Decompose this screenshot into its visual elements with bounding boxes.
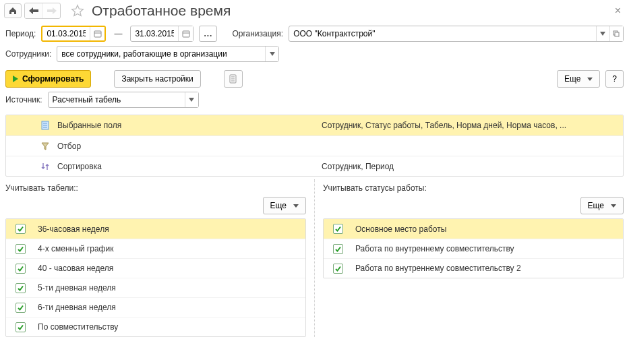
source-row: Источник: [0, 92, 629, 112]
close-settings-label: Закрыть настройки [121, 74, 193, 84]
report-variant-button[interactable] [224, 70, 243, 88]
tabels-list: 36-часовая неделя4-х сменный график40 - … [5, 218, 306, 337]
nav-buttons [24, 3, 61, 19]
settings-row-fields[interactable]: Выбранные поля Сотрудник, Статус работы,… [6, 115, 623, 135]
dropdown-icon[interactable] [185, 92, 198, 107]
calendar-icon[interactable] [90, 27, 104, 40]
checkbox[interactable] [333, 244, 343, 254]
tabels-more-button[interactable]: Еще [263, 197, 306, 214]
caret-down-icon [587, 78, 593, 81]
list-item-label: 36-часовая неделя [38, 224, 109, 234]
period-to-input[interactable] [130, 26, 193, 42]
period-separator: — [114, 29, 122, 38]
checkbox[interactable] [333, 224, 343, 234]
employees-field[interactable] [57, 47, 264, 61]
tabels-title: Учитывать табели:: [5, 179, 306, 194]
list-item-label: По совместительству [38, 322, 118, 332]
source-select[interactable] [48, 92, 199, 108]
list-item-label: 40 - часовая неделя [38, 264, 113, 273]
settings-row-label: Выбранные поля [57, 121, 121, 130]
window-toolbar: Отработанное время × [0, 0, 629, 22]
list-item-label: Основное место работы [355, 224, 446, 234]
period-from-field[interactable] [42, 27, 90, 40]
list-item[interactable]: По совместительству [6, 317, 305, 336]
period-label: Период: [5, 29, 36, 38]
checkbox[interactable] [16, 264, 26, 274]
employees-select[interactable] [57, 46, 279, 62]
list-item[interactable]: Работа по внутреннему совместительству 2 [324, 258, 623, 278]
checkbox[interactable] [16, 283, 26, 293]
dropdown-icon[interactable] [265, 47, 279, 61]
source-label: Источник: [5, 95, 42, 104]
period-to-field[interactable] [131, 26, 178, 41]
checkbox[interactable] [16, 322, 26, 332]
svg-rect-2 [183, 31, 189, 37]
source-field[interactable] [49, 92, 185, 107]
list-item-label: Работа по внутреннему совместительству 2 [355, 264, 521, 273]
list-item-label: 4-х сменный график [38, 244, 113, 253]
close-settings-button[interactable]: Закрыть настройки [114, 70, 200, 88]
list-item[interactable]: 4-х сменный график [6, 239, 305, 258]
page-title: Отработанное время [92, 3, 231, 19]
checkbox[interactable] [16, 224, 26, 234]
list-item-label: Работа по внутреннему совместительству [355, 244, 514, 253]
generate-button[interactable]: Сформировать [5, 70, 91, 88]
list-item[interactable]: Работа по внутреннему совместительству [324, 239, 623, 258]
caret-down-icon [611, 204, 616, 208]
more-label: Еще [270, 201, 287, 210]
organization-label: Организация: [232, 29, 283, 38]
svg-rect-5 [615, 32, 619, 36]
settings-table: Выбранные поля Сотрудник, Статус работы,… [5, 115, 624, 177]
more-label: Еще [564, 74, 580, 84]
list-item[interactable]: Основное место работы [324, 219, 623, 239]
settings-row-sort[interactable]: Сортировка Сотрудник, Период [6, 156, 623, 176]
open-icon[interactable] [609, 26, 623, 41]
more-button[interactable]: Еще [557, 70, 600, 88]
list-item[interactable]: 40 - часовая неделя [6, 258, 305, 278]
statuses-list: Основное место работыРабота по внутренне… [323, 218, 624, 278]
list-item-label: 6-ти дневная неделя [38, 303, 116, 312]
actions-row: Сформировать Закрыть настройки Еще ? [0, 66, 629, 92]
period-picker-button[interactable]: ... [199, 26, 217, 42]
help-label: ? [612, 74, 617, 84]
more-label: Еще [588, 201, 604, 210]
sort-icon [40, 161, 51, 172]
help-button[interactable]: ? [605, 70, 624, 88]
svg-rect-0 [94, 31, 101, 37]
employees-label: Сотрудники: [5, 49, 51, 59]
checkbox[interactable] [333, 264, 343, 274]
settings-row-detail: Сотрудник, Период [316, 162, 623, 171]
checkbox[interactable] [16, 303, 26, 313]
list-item-label: 5-ти дневная неделя [38, 283, 116, 293]
settings-row-detail: Сотрудник, Статус работы, Табель, Норма … [316, 121, 623, 130]
checkbox[interactable] [16, 244, 26, 254]
favorite-star-icon[interactable] [70, 3, 85, 18]
settings-row-label: Отбор [57, 142, 81, 151]
list-item[interactable]: 36-часовая неделя [6, 219, 305, 239]
tabels-panel: Учитывать табели:: Еще 36-часовая неделя… [5, 179, 314, 337]
settings-row-filter[interactable]: Отбор [6, 135, 623, 156]
back-button[interactable] [25, 3, 42, 18]
settings-row-label: Сортировка [57, 162, 102, 171]
home-button[interactable] [4, 3, 22, 18]
generate-label: Сформировать [22, 74, 84, 84]
organization-field[interactable] [289, 26, 595, 41]
forward-button[interactable] [42, 3, 60, 18]
filter-icon [40, 141, 51, 152]
organization-select[interactable] [289, 26, 624, 42]
play-icon [13, 75, 18, 82]
options-columns: Учитывать табели:: Еще 36-часовая неделя… [0, 179, 629, 337]
statuses-more-button[interactable]: Еще [580, 197, 624, 214]
period-from-input[interactable] [41, 26, 106, 42]
dropdown-icon[interactable] [596, 26, 609, 41]
filter-row-period: Период: — ... Организация: [0, 22, 629, 46]
statuses-panel: Учитывать статусы работы: Еще Основное м… [314, 179, 624, 337]
list-item[interactable]: 6-ти дневная неделя [6, 297, 305, 317]
list-item[interactable]: 5-ти дневная неделя [6, 278, 305, 297]
calendar-icon[interactable] [178, 26, 193, 41]
filter-row-employees: Сотрудники: [0, 46, 629, 66]
caret-down-icon [293, 204, 299, 208]
close-button[interactable]: × [611, 5, 625, 17]
statuses-title: Учитывать статусы работы: [323, 179, 624, 194]
fields-icon [40, 120, 51, 131]
